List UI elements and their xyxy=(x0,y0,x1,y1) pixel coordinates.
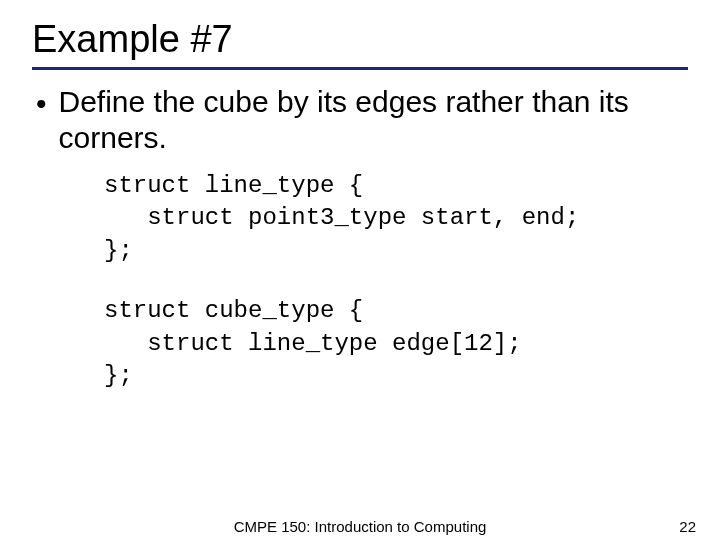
bullet-item: • Define the cube by its edges rather th… xyxy=(36,84,688,156)
code-line: }; xyxy=(104,237,133,264)
code-line: struct cube_type { xyxy=(104,297,363,324)
code-line: struct point3_type start, end; xyxy=(104,204,579,231)
code-block-line-type: struct line_type { struct point3_type st… xyxy=(104,170,688,267)
code-line: struct line_type edge[12]; xyxy=(104,330,522,357)
code-block-gap xyxy=(32,267,688,295)
code-line: }; xyxy=(104,362,133,389)
code-block-cube-type: struct cube_type { struct line_type edge… xyxy=(104,295,688,392)
footer-course-name: CMPE 150: Introduction to Computing xyxy=(234,518,487,535)
bullet-marker: • xyxy=(36,86,47,122)
bullet-text: Define the cube by its edges rather than… xyxy=(59,84,688,156)
code-line: struct line_type { xyxy=(104,172,363,199)
title-underline xyxy=(32,67,688,70)
footer-page-number: 22 xyxy=(679,518,696,535)
slide-title: Example #7 xyxy=(32,18,688,61)
slide: Example #7 • Define the cube by its edge… xyxy=(0,0,720,540)
